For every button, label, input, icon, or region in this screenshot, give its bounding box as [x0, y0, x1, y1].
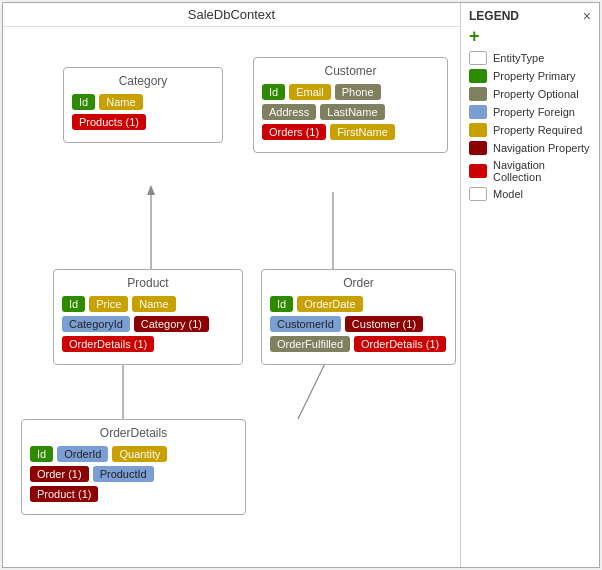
diagram-area: SaleDbContext Category Id Na	[3, 3, 461, 567]
diagram-canvas: Category Id Name Products (1) Customer I…	[3, 27, 460, 567]
entity-product-title: Product	[62, 276, 234, 290]
legend-item-model: Model	[469, 187, 591, 201]
entity-category: Category Id Name Products (1)	[63, 67, 223, 143]
main-container: SaleDbContext Category Id Na	[2, 2, 600, 568]
entity-orderdetails-title: OrderDetails	[30, 426, 237, 440]
ord-orderdate: OrderDate	[297, 296, 362, 312]
prod-price: Price	[89, 296, 128, 312]
cat-name: Name	[99, 94, 142, 110]
ord-id: Id	[270, 296, 293, 312]
entity-order: Order Id OrderDate CustomerId Customer (…	[261, 269, 456, 365]
ord-orderdetails: OrderDetails (1)	[354, 336, 446, 352]
swatch-navprop	[469, 141, 487, 155]
legend-label-foreign: Property Foreign	[493, 106, 575, 118]
entity-order-title: Order	[270, 276, 447, 290]
cust-email: Email	[289, 84, 331, 100]
cust-firstname: FirstName	[330, 124, 395, 140]
ord-customerid: CustomerId	[270, 316, 341, 332]
swatch-navcol	[469, 164, 487, 178]
entity-order-row2: CustomerId Customer (1)	[270, 316, 447, 332]
prod-orderdetails: OrderDetails (1)	[62, 336, 154, 352]
swatch-foreign	[469, 105, 487, 119]
od-product: Product (1)	[30, 486, 98, 502]
svg-marker-1	[147, 185, 155, 195]
legend-label-entitytype: EntityType	[493, 52, 544, 64]
swatch-primary	[469, 69, 487, 83]
entity-customer-row1: Id Email Phone	[262, 84, 439, 100]
ord-fulfilled: OrderFulfilled	[270, 336, 350, 352]
legend-item-optional: Property Optional	[469, 87, 591, 101]
legend-label-required: Property Required	[493, 124, 582, 136]
swatch-required	[469, 123, 487, 137]
cat-id: Id	[72, 94, 95, 110]
cust-address: Address	[262, 104, 316, 120]
cat-products: Products (1)	[72, 114, 146, 130]
entity-customer: Customer Id Email Phone Address LastName…	[253, 57, 448, 153]
cust-phone: Phone	[335, 84, 381, 100]
entity-order-row3: OrderFulfilled OrderDetails (1)	[270, 336, 447, 352]
legend-close-button[interactable]: ×	[583, 9, 591, 23]
entity-product-row2: CategoryId Category (1)	[62, 316, 234, 332]
legend-label-optional: Property Optional	[493, 88, 579, 100]
legend-item-navprop: Navigation Property	[469, 141, 591, 155]
legend-item-foreign: Property Foreign	[469, 105, 591, 119]
prod-category: Category (1)	[134, 316, 209, 332]
legend-label-navcol: Navigation Collection	[493, 159, 591, 183]
ord-customer: Customer (1)	[345, 316, 423, 332]
legend-label-primary: Property Primary	[493, 70, 576, 82]
entity-product-row3: OrderDetails (1)	[62, 336, 234, 352]
entity-customer-title: Customer	[262, 64, 439, 78]
legend-panel: LEGEND × + EntityType Property Primary P…	[461, 3, 599, 567]
entity-category-title: Category	[72, 74, 214, 88]
entity-product: Product Id Price Name CategoryId Categor…	[53, 269, 243, 365]
swatch-model	[469, 187, 487, 201]
entity-category-row2: Products (1)	[72, 114, 214, 130]
entity-order-row1: Id OrderDate	[270, 296, 447, 312]
cust-id: Id	[262, 84, 285, 100]
entity-orderdetails-row2: Order (1) ProductId	[30, 466, 237, 482]
legend-label-navprop: Navigation Property	[493, 142, 590, 154]
prod-id: Id	[62, 296, 85, 312]
cust-orders: Orders (1)	[262, 124, 326, 140]
prod-categoryid: CategoryId	[62, 316, 130, 332]
legend-item-entitytype: EntityType	[469, 51, 591, 65]
prod-name: Name	[132, 296, 175, 312]
entity-customer-row2: Address LastName	[262, 104, 439, 120]
od-order: Order (1)	[30, 466, 89, 482]
legend-header: LEGEND ×	[469, 9, 591, 23]
legend-item-primary: Property Primary	[469, 69, 591, 83]
entity-orderdetails: OrderDetails Id OrderId Quantity Order (…	[21, 419, 246, 515]
legend-item-required: Property Required	[469, 123, 591, 137]
entity-customer-row3: Orders (1) FirstName	[262, 124, 439, 140]
cust-lastname: LastName	[320, 104, 384, 120]
od-id: Id	[30, 446, 53, 462]
swatch-optional	[469, 87, 487, 101]
legend-item-navcol: Navigation Collection	[469, 159, 591, 183]
od-quantity: Quantity	[112, 446, 167, 462]
legend-title: LEGEND	[469, 9, 519, 23]
entity-orderdetails-row1: Id OrderId Quantity	[30, 446, 237, 462]
diagram-title: SaleDbContext	[3, 3, 460, 27]
swatch-entitytype	[469, 51, 487, 65]
od-productid: ProductId	[93, 466, 154, 482]
entity-product-row1: Id Price Name	[62, 296, 234, 312]
legend-label-model: Model	[493, 188, 523, 200]
legend-add-button[interactable]: +	[469, 27, 591, 45]
od-orderid: OrderId	[57, 446, 108, 462]
entity-orderdetails-row3: Product (1)	[30, 486, 237, 502]
entity-category-row1: Id Name	[72, 94, 214, 110]
